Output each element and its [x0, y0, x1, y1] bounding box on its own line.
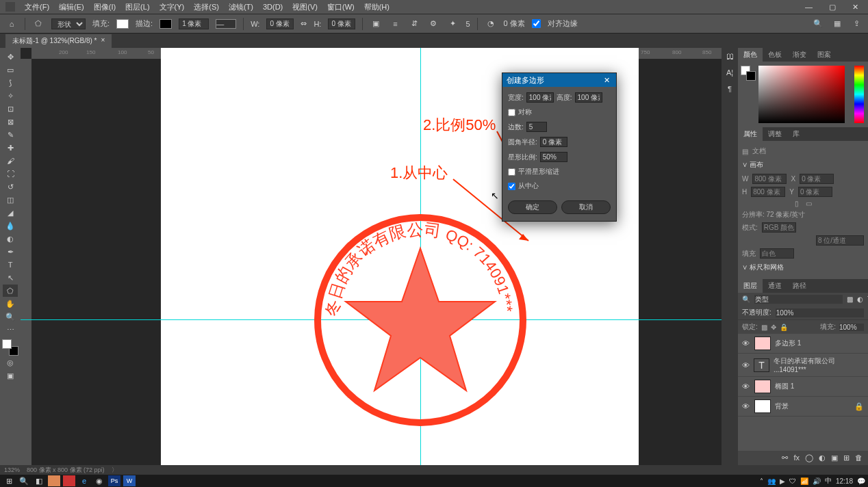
- taskview-icon[interactable]: ◧: [33, 475, 45, 486]
- minimize-icon[interactable]: —: [801, 1, 817, 13]
- bits-select[interactable]: [816, 235, 864, 246]
- layer-thumb[interactable]: [754, 399, 771, 413]
- layer-thumb[interactable]: [754, 337, 771, 350]
- tab-layers[interactable]: 图层: [738, 279, 763, 293]
- dlg-symmetric-checkbox[interactable]: [508, 109, 515, 116]
- document-tab[interactable]: 未标题-1 @ 132%(RGB/8) * ×: [5, 34, 112, 48]
- screenmode-icon[interactable]: ▣: [3, 369, 18, 382]
- menu-edit[interactable]: 编辑(E): [55, 1, 88, 14]
- start-icon[interactable]: ⊞: [3, 475, 15, 486]
- color-field[interactable]: [758, 66, 845, 123]
- fill-select[interactable]: [760, 248, 794, 259]
- landscape-icon[interactable]: ▭: [806, 200, 812, 207]
- tab-paths[interactable]: 路径: [787, 279, 812, 293]
- crop-tool-icon[interactable]: ⊡: [3, 103, 18, 115]
- frame-tool-icon[interactable]: ⊠: [3, 116, 18, 128]
- ie-icon[interactable]: e: [78, 475, 90, 486]
- search-taskbar-icon[interactable]: 🔍: [18, 475, 30, 486]
- filter-adjust-icon[interactable]: ◐: [857, 295, 863, 303]
- dodge-tool-icon[interactable]: ◐: [3, 233, 18, 245]
- taskbar-app-icon[interactable]: [63, 475, 75, 486]
- menu-help[interactable]: 帮助(H): [360, 1, 394, 14]
- adjustment-layer-icon[interactable]: ◐: [819, 453, 826, 462]
- tray-network-icon[interactable]: 📶: [800, 477, 808, 485]
- lock-pixels-icon[interactable]: ▩: [761, 324, 767, 331]
- zoom-level[interactable]: 132%: [4, 466, 20, 473]
- color-picker[interactable]: [738, 62, 868, 127]
- tray-volume-icon[interactable]: 🔊: [813, 477, 821, 485]
- menu-view[interactable]: 视图(V): [288, 1, 322, 14]
- link-layers-icon[interactable]: ⚯: [782, 453, 788, 462]
- tab-color[interactable]: 颜色: [738, 48, 763, 62]
- chrome-icon[interactable]: ◉: [93, 475, 105, 486]
- canvas-w[interactable]: [752, 174, 787, 184]
- visibility-icon[interactable]: 👁: [742, 382, 750, 391]
- hue-slider[interactable]: [854, 66, 864, 123]
- layer-fill-field[interactable]: [839, 324, 864, 331]
- photoshop-taskbar-icon[interactable]: Ps: [108, 475, 120, 486]
- layer-group-icon[interactable]: ▣: [831, 453, 838, 462]
- color-swatches[interactable]: [2, 339, 18, 356]
- share-icon[interactable]: ⇪: [850, 18, 863, 30]
- layer-name[interactable]: 背景: [775, 402, 789, 411]
- type-tool-icon[interactable]: T: [3, 259, 18, 271]
- eraser-tool-icon[interactable]: ◫: [3, 194, 18, 206]
- lasso-tool-icon[interactable]: ⟆: [3, 77, 18, 89]
- visibility-icon[interactable]: 👁: [742, 402, 750, 410]
- home-icon[interactable]: ⌂: [5, 18, 18, 30]
- marquee-tool-icon[interactable]: ▭: [3, 64, 18, 76]
- tray-ime-icon[interactable]: 中: [825, 476, 832, 486]
- filter-pixel-icon[interactable]: ▩: [847, 295, 853, 303]
- taskbar-app-icon[interactable]: [48, 475, 60, 486]
- width-field[interactable]: [266, 18, 294, 29]
- history-brush-icon[interactable]: ↺: [3, 181, 18, 193]
- gear-icon[interactable]: ⚙: [427, 18, 439, 30]
- dialog-titlebar[interactable]: 创建多边形 ✕: [502, 73, 616, 87]
- dialog-close-icon[interactable]: ✕: [601, 76, 612, 85]
- tab-gradients[interactable]: 渐变: [787, 48, 812, 62]
- path-align-icon[interactable]: ≡: [389, 18, 401, 30]
- notifications-icon[interactable]: 💬: [857, 477, 865, 485]
- layer-row[interactable]: 👁 T 冬日的承诺有限公司 ...14091***: [738, 354, 868, 377]
- eyedropper-tool-icon[interactable]: ✎: [3, 129, 18, 141]
- stroke-type[interactable]: —: [216, 19, 236, 29]
- tab-libraries[interactable]: 库: [787, 127, 805, 141]
- tray-chevron-icon[interactable]: ˄: [760, 477, 763, 485]
- dlg-height-field[interactable]: [575, 92, 602, 103]
- tray-people-icon[interactable]: 👥: [767, 477, 776, 485]
- menu-layer[interactable]: 图层(L): [121, 1, 153, 14]
- edit-toolbar-icon[interactable]: ⋯: [3, 324, 18, 336]
- sides-icon[interactable]: ✦: [446, 18, 459, 30]
- layer-thumb[interactable]: [754, 380, 771, 393]
- layer-row[interactable]: 👁 椭圆 1: [738, 377, 868, 397]
- canvas-x[interactable]: [800, 174, 834, 184]
- lock-position-icon[interactable]: ✥: [771, 324, 776, 331]
- layer-row[interactable]: 👁 背景 🔒: [738, 397, 868, 417]
- menu-file[interactable]: 文件(F): [21, 1, 53, 14]
- tab-swatches[interactable]: 色板: [763, 48, 787, 62]
- hand-tool-icon[interactable]: ✋: [3, 298, 18, 310]
- close-icon[interactable]: ✕: [848, 1, 863, 13]
- path-arrange-icon[interactable]: ⇵: [408, 18, 420, 30]
- filter-search-icon[interactable]: 🔍: [742, 295, 750, 303]
- layer-fx-icon[interactable]: fx: [793, 453, 800, 462]
- wand-tool-icon[interactable]: ✧: [3, 90, 18, 102]
- link-wh-icon[interactable]: ⇔: [301, 19, 307, 28]
- canvas-y[interactable]: [798, 187, 832, 197]
- clock[interactable]: 12:18: [836, 477, 853, 485]
- menu-type[interactable]: 文字(Y): [155, 1, 189, 14]
- tab-adjustments[interactable]: 调整: [763, 127, 787, 141]
- maximize-icon[interactable]: ▢: [825, 1, 840, 13]
- ok-button[interactable]: 确定: [508, 200, 557, 214]
- delete-layer-icon[interactable]: 🗑: [855, 453, 863, 462]
- fill-swatch[interactable]: [116, 19, 129, 29]
- canvas-section[interactable]: ∨ 画布: [742, 157, 864, 172]
- pen-tool-icon[interactable]: ✒: [3, 246, 18, 258]
- move-tool-icon[interactable]: ✥: [3, 51, 18, 63]
- layer-name[interactable]: 多边形 1: [775, 339, 801, 348]
- mode-select[interactable]: [762, 222, 796, 233]
- menu-select[interactable]: 选择(S): [190, 1, 223, 14]
- shape-mode-select[interactable]: 形状: [51, 18, 86, 29]
- blur-tool-icon[interactable]: 💧: [3, 220, 18, 232]
- ruler-grid-section[interactable]: ∨ 标尺和网格: [742, 260, 864, 275]
